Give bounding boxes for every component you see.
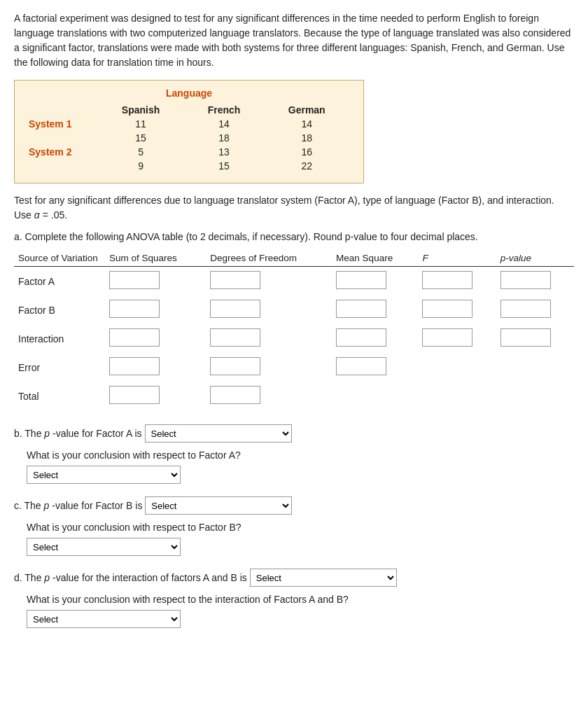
data-table: Spanish French German System 1 11 14 14 … bbox=[29, 103, 349, 173]
f-total-empty bbox=[418, 382, 496, 410]
s1-french-2: 18 bbox=[184, 131, 265, 145]
question-d-select-row: Select bbox=[27, 610, 574, 628]
f-int-input[interactable] bbox=[422, 328, 472, 347]
language-header: Language bbox=[29, 88, 349, 99]
test-description: Test for any significant differences due… bbox=[14, 193, 574, 223]
ms-interaction bbox=[332, 324, 418, 353]
col-pvalue: p-value bbox=[496, 250, 574, 267]
pvalue-interaction bbox=[496, 324, 574, 353]
ss-interaction bbox=[105, 324, 206, 353]
question-d-block: d. The p -value for the interaction of f… bbox=[14, 569, 574, 628]
alpha-value: = .05. bbox=[40, 209, 67, 221]
question-b-block: b. The p -value for Factor A is Select W… bbox=[14, 424, 574, 484]
df-tot-input[interactable] bbox=[210, 386, 260, 404]
df-int-input[interactable] bbox=[210, 328, 260, 347]
ss-error bbox=[105, 353, 206, 382]
q-d-after: -value for the interaction of factors A … bbox=[52, 572, 247, 583]
ms-error bbox=[332, 353, 418, 382]
ss-total bbox=[105, 382, 206, 410]
s1-spanish-2: 15 bbox=[97, 131, 183, 145]
question-c-sublabel: What is your conclusion with respect to … bbox=[27, 520, 574, 535]
question-d-label: d. The p -value for the interaction of f… bbox=[14, 569, 574, 587]
question-d-sublabel: What is your conclusion with respect to … bbox=[27, 592, 574, 607]
factor-b-pvalue-select[interactable]: Select bbox=[145, 496, 292, 515]
table-row: 9 15 22 bbox=[29, 159, 349, 173]
col-ms: Mean Square bbox=[332, 250, 418, 267]
table-row: 15 18 18 bbox=[29, 131, 349, 145]
anova-row-error: Error bbox=[14, 353, 574, 382]
df-factor-b bbox=[206, 295, 332, 324]
factor-b-conclusion-select[interactable]: Select bbox=[27, 538, 181, 556]
col-df: Degrees of Freedom bbox=[206, 250, 332, 267]
test-text: Test for any significant differences due… bbox=[14, 195, 554, 221]
pvalue-factor-b bbox=[496, 295, 574, 324]
ss-int-input[interactable] bbox=[109, 328, 160, 347]
question-b-select-row: Select bbox=[27, 466, 574, 484]
col-source: Source of Variation bbox=[14, 250, 105, 267]
ms-int-input[interactable] bbox=[336, 328, 386, 347]
ss-tot-input[interactable] bbox=[109, 386, 160, 404]
s1-german-1: 14 bbox=[264, 117, 349, 131]
anova-row-factor-a: Factor A bbox=[14, 267, 574, 296]
s2-german-1: 16 bbox=[264, 145, 349, 159]
empty-label-2 bbox=[29, 159, 97, 173]
df-total bbox=[206, 382, 332, 410]
q-d-italic: p bbox=[44, 572, 50, 583]
f-factor-b bbox=[418, 295, 496, 324]
df-a-input[interactable] bbox=[210, 271, 260, 289]
french-header: French bbox=[184, 103, 265, 117]
ms-b-input[interactable] bbox=[336, 300, 386, 318]
empty-label-1 bbox=[29, 131, 97, 145]
anova-table: Source of Variation Sum of Squares Degre… bbox=[14, 250, 574, 410]
intro-paragraph: A factorial experiment was designed to t… bbox=[14, 11, 574, 70]
col-ss: Sum of Squares bbox=[105, 250, 206, 267]
s1-german-2: 18 bbox=[264, 131, 349, 145]
source-interaction: Interaction bbox=[14, 324, 105, 353]
factor-a-pvalue-select[interactable]: Select bbox=[145, 424, 292, 443]
pvalue-b-input[interactable] bbox=[500, 300, 551, 318]
ss-a-input[interactable] bbox=[109, 271, 160, 289]
factor-a-conclusion-select[interactable]: Select bbox=[27, 466, 181, 484]
df-interaction bbox=[206, 324, 332, 353]
ss-err-input[interactable] bbox=[109, 357, 160, 375]
pvalue-a-input[interactable] bbox=[500, 271, 551, 289]
f-error-empty bbox=[418, 353, 496, 382]
anova-instruction: a. Complete the following ANOVA table (t… bbox=[14, 230, 574, 244]
df-error bbox=[206, 353, 332, 382]
ss-factor-b bbox=[105, 295, 206, 324]
col-f: F bbox=[418, 250, 496, 267]
ms-a-input[interactable] bbox=[336, 271, 386, 289]
system1-label: System 1 bbox=[29, 117, 97, 131]
empty-header bbox=[29, 103, 97, 117]
f-a-input[interactable] bbox=[422, 271, 472, 289]
interaction-pvalue-select[interactable]: Select bbox=[250, 569, 397, 587]
f-interaction bbox=[418, 324, 496, 353]
anova-row-interaction: Interaction bbox=[14, 324, 574, 353]
df-err-input[interactable] bbox=[210, 357, 260, 375]
question-c-block: c. The p -value for Factor B is Select W… bbox=[14, 496, 574, 556]
source-factor-a: Factor A bbox=[14, 267, 105, 296]
anova-row-total: Total bbox=[14, 382, 574, 410]
table-row: System 2 5 13 16 bbox=[29, 145, 349, 159]
q-b-before: b. The bbox=[14, 428, 41, 439]
question-b-label: b. The p -value for Factor A is Select bbox=[14, 424, 574, 443]
question-c-select-row: Select bbox=[27, 538, 574, 556]
s2-german-2: 22 bbox=[264, 159, 349, 173]
source-total: Total bbox=[14, 382, 105, 410]
ss-b-input[interactable] bbox=[109, 300, 160, 318]
s2-spanish-1: 5 bbox=[97, 145, 183, 159]
q-b-italic: p bbox=[44, 428, 50, 439]
pvalue-int-input[interactable] bbox=[500, 328, 551, 347]
s2-spanish-2: 9 bbox=[97, 159, 183, 173]
source-factor-b: Factor B bbox=[14, 295, 105, 324]
ms-factor-a bbox=[332, 267, 418, 296]
pvalue-factor-a bbox=[496, 267, 574, 296]
f-b-input[interactable] bbox=[422, 300, 472, 318]
q-c-before: c. The bbox=[14, 500, 41, 511]
interaction-conclusion-select[interactable]: Select bbox=[27, 610, 181, 628]
ms-err-input[interactable] bbox=[336, 357, 386, 375]
q-d-before: d. The bbox=[14, 572, 41, 583]
df-b-input[interactable] bbox=[210, 300, 260, 318]
ms-total-empty bbox=[332, 382, 418, 410]
q-c-italic: p bbox=[44, 500, 50, 511]
